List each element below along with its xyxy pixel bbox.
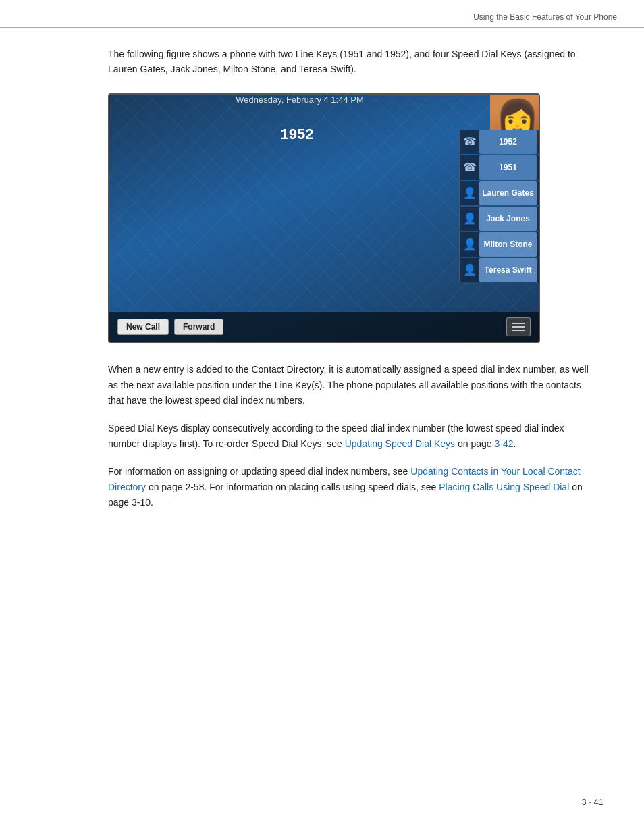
speed-dial-teresa-swift-label: Teresa Swift: [479, 258, 537, 282]
speed-dial-milton-stone[interactable]: 👤 Milton Stone: [459, 232, 539, 257]
p2-text-2: on page: [455, 438, 494, 449]
menu-icon: [512, 323, 525, 331]
link-page-342[interactable]: 3-42: [495, 438, 514, 449]
speed-dial-icon-3: 👤: [460, 238, 479, 251]
main-content: The following figure shows a phone with …: [0, 28, 644, 550]
phone-top-content: Wednesday, February 4 1:44 PM 1952: [109, 95, 490, 143]
header-title: Using the Basic Features of Your Phone: [473, 12, 617, 22]
body-paragraph-3: For information on assigning or updating…: [108, 464, 590, 511]
p2-text-3: .: [514, 438, 516, 449]
line-key-1951-label: 1951: [479, 155, 537, 180]
speed-dial-teresa-swift[interactable]: 👤 Teresa Swift: [459, 258, 539, 282]
speed-dial-jack-jones[interactable]: 👤 Jack Jones: [459, 207, 539, 231]
page-footer: 3 · 41: [581, 797, 603, 807]
speed-dial-lauren-gates[interactable]: 👤 Lauren Gates: [459, 181, 539, 205]
speed-dial-icon-1: 👤: [460, 186, 479, 199]
link-updating-speed-dial-keys[interactable]: Updating Speed Dial Keys: [345, 438, 455, 449]
speed-dial-icon-2: 👤: [460, 212, 479, 225]
page-number: 3 · 41: [581, 797, 603, 807]
new-call-button[interactable]: New Call: [117, 319, 169, 335]
speed-dial-milton-stone-label: Milton Stone: [479, 232, 537, 257]
p3-text-1: For information on assigning or updating…: [108, 466, 410, 477]
speed-dial-jack-jones-label: Jack Jones: [479, 207, 537, 231]
line-key-1952[interactable]: ☎ 1952: [459, 130, 539, 154]
speed-dial-lauren-gates-label: Lauren Gates: [479, 181, 537, 205]
phone-number: 1952: [281, 126, 319, 143]
phone-datetime: Wednesday, February 4 1:44 PM: [236, 95, 364, 126]
body-paragraph-2: Speed Dial Keys display consecutively ac…: [108, 421, 590, 452]
p3-text-2: on page 2-58. For information on placing…: [146, 481, 439, 492]
page-header: Using the Basic Features of Your Phone: [0, 0, 644, 28]
phone-keys-panel: ☎ 1952 ☎ 1951 👤 Lauren Gates 👤 Jack Jone…: [459, 127, 539, 282]
speed-dial-icon-4: 👤: [460, 263, 479, 276]
line-key-1951[interactable]: ☎ 1951: [459, 155, 539, 180]
phone-bottombar: New Call Forward: [109, 312, 539, 342]
body-paragraph-1: When a new entry is added to the Contact…: [108, 362, 590, 409]
line-key-1952-label: 1952: [479, 130, 537, 154]
phone-figure: Wednesday, February 4 1:44 PM 1952 ☎ 195…: [108, 93, 540, 343]
menu-button[interactable]: [506, 317, 531, 336]
link-placing-calls-speed-dial[interactable]: Placing Calls Using Speed Dial: [439, 481, 569, 492]
forward-button[interactable]: Forward: [174, 319, 223, 335]
intro-paragraph: The following figure shows a phone with …: [108, 47, 590, 77]
line-key-icon: ☎: [460, 135, 479, 148]
line-key-icon-2: ☎: [460, 161, 479, 174]
